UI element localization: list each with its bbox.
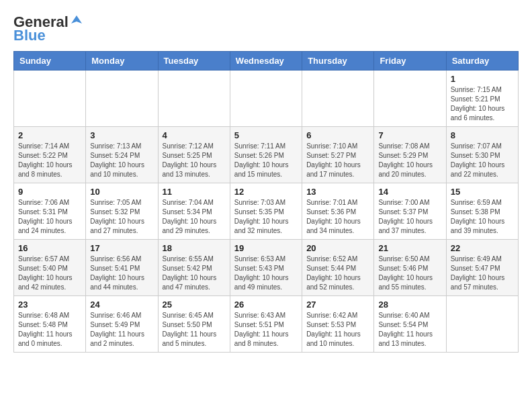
day-number: 14 [378, 187, 441, 197]
calendar-cell [158, 71, 230, 127]
calendar-header-row: SundayMondayTuesdayWednesdayThursdayFrid… [14, 52, 519, 71]
logo-blue-text: Blue [13, 27, 46, 44]
day-number: 22 [451, 243, 514, 253]
day-info: Sunrise: 7:01 AM Sunset: 5:36 PM Dayligh… [306, 198, 369, 236]
calendar-week-row: 1Sunrise: 7:15 AM Sunset: 5:21 PM Daylig… [14, 71, 519, 127]
day-of-week-header: Wednesday [230, 52, 302, 71]
day-info: Sunrise: 7:13 AM Sunset: 5:24 PM Dayligh… [90, 142, 153, 179]
calendar-cell: 26Sunrise: 6:43 AM Sunset: 5:51 PM Dayli… [230, 296, 302, 353]
day-number: 10 [90, 187, 153, 197]
day-info: Sunrise: 6:55 AM Sunset: 5:42 PM Dayligh… [163, 255, 226, 292]
day-info: Sunrise: 7:07 AM Sunset: 5:30 PM Dayligh… [451, 142, 514, 179]
day-info: Sunrise: 6:53 AM Sunset: 5:43 PM Dayligh… [234, 255, 298, 292]
day-of-week-header: Thursday [302, 52, 374, 71]
calendar-cell: 19Sunrise: 6:53 AM Sunset: 5:43 PM Dayli… [230, 240, 302, 296]
day-number: 11 [163, 187, 226, 197]
calendar-cell: 17Sunrise: 6:56 AM Sunset: 5:41 PM Dayli… [86, 240, 158, 296]
day-number: 27 [306, 300, 369, 310]
calendar-cell: 11Sunrise: 7:04 AM Sunset: 5:34 PM Dayli… [158, 183, 230, 240]
day-info: Sunrise: 6:59 AM Sunset: 5:38 PM Dayligh… [451, 198, 514, 236]
day-number: 18 [163, 243, 226, 253]
day-number: 23 [18, 300, 81, 310]
day-number: 16 [18, 243, 81, 253]
day-number: 12 [234, 187, 298, 197]
calendar-cell: 22Sunrise: 6:49 AM Sunset: 5:47 PM Dayli… [446, 240, 518, 296]
day-number: 20 [306, 243, 369, 253]
day-info: Sunrise: 6:56 AM Sunset: 5:41 PM Dayligh… [90, 255, 153, 292]
day-number: 13 [306, 187, 369, 197]
calendar-cell: 28Sunrise: 6:40 AM Sunset: 5:54 PM Dayli… [374, 296, 446, 353]
day-info: Sunrise: 7:12 AM Sunset: 5:25 PM Dayligh… [163, 142, 226, 179]
day-number: 26 [234, 300, 298, 310]
day-info: Sunrise: 6:49 AM Sunset: 5:47 PM Dayligh… [451, 255, 514, 292]
day-info: Sunrise: 7:10 AM Sunset: 5:27 PM Dayligh… [306, 142, 369, 179]
calendar-cell [230, 71, 302, 127]
calendar-cell: 27Sunrise: 6:42 AM Sunset: 5:53 PM Dayli… [302, 296, 374, 353]
calendar-cell: 14Sunrise: 7:00 AM Sunset: 5:37 PM Dayli… [374, 183, 446, 240]
calendar-cell: 18Sunrise: 6:55 AM Sunset: 5:42 PM Dayli… [158, 240, 230, 296]
calendar-cell: 21Sunrise: 6:50 AM Sunset: 5:46 PM Dayli… [374, 240, 446, 296]
day-info: Sunrise: 7:03 AM Sunset: 5:35 PM Dayligh… [234, 198, 298, 236]
day-number: 17 [90, 243, 153, 253]
day-number: 7 [378, 130, 441, 140]
calendar-cell: 10Sunrise: 7:05 AM Sunset: 5:32 PM Dayli… [86, 183, 158, 240]
calendar-cell [374, 71, 446, 127]
calendar-cell [446, 296, 518, 353]
day-info: Sunrise: 7:14 AM Sunset: 5:22 PM Dayligh… [18, 142, 81, 179]
day-info: Sunrise: 7:15 AM Sunset: 5:21 PM Dayligh… [451, 85, 514, 123]
day-of-week-header: Monday [86, 52, 158, 71]
calendar-cell [86, 71, 158, 127]
calendar-week-row: 23Sunrise: 6:48 AM Sunset: 5:48 PM Dayli… [14, 296, 519, 353]
calendar-week-row: 9Sunrise: 7:06 AM Sunset: 5:31 PM Daylig… [14, 183, 519, 240]
day-number: 2 [18, 130, 81, 140]
day-number: 8 [451, 130, 514, 140]
logo-bird-icon [70, 14, 83, 28]
calendar-cell: 16Sunrise: 6:57 AM Sunset: 5:40 PM Dayli… [14, 240, 86, 296]
logo: General Blue [13, 13, 83, 44]
day-info: Sunrise: 6:50 AM Sunset: 5:46 PM Dayligh… [378, 255, 441, 292]
calendar-week-row: 16Sunrise: 6:57 AM Sunset: 5:40 PM Dayli… [14, 240, 519, 296]
day-info: Sunrise: 7:04 AM Sunset: 5:34 PM Dayligh… [163, 198, 226, 236]
day-info: Sunrise: 7:11 AM Sunset: 5:26 PM Dayligh… [234, 142, 298, 179]
calendar-cell: 3Sunrise: 7:13 AM Sunset: 5:24 PM Daylig… [86, 127, 158, 183]
day-of-week-header: Sunday [14, 52, 86, 71]
calendar-cell: 13Sunrise: 7:01 AM Sunset: 5:36 PM Dayli… [302, 183, 374, 240]
calendar-cell: 12Sunrise: 7:03 AM Sunset: 5:35 PM Dayli… [230, 183, 302, 240]
calendar-week-row: 2Sunrise: 7:14 AM Sunset: 5:22 PM Daylig… [14, 127, 519, 183]
calendar-cell [302, 71, 374, 127]
day-info: Sunrise: 7:05 AM Sunset: 5:32 PM Dayligh… [90, 198, 153, 236]
calendar-cell: 15Sunrise: 6:59 AM Sunset: 5:38 PM Dayli… [446, 183, 518, 240]
day-of-week-header: Tuesday [158, 52, 230, 71]
day-number: 9 [18, 187, 81, 197]
calendar-cell: 23Sunrise: 6:48 AM Sunset: 5:48 PM Dayli… [14, 296, 86, 353]
calendar-cell: 5Sunrise: 7:11 AM Sunset: 5:26 PM Daylig… [230, 127, 302, 183]
day-of-week-header: Friday [374, 52, 446, 71]
day-info: Sunrise: 6:40 AM Sunset: 5:54 PM Dayligh… [378, 311, 441, 349]
calendar-cell: 24Sunrise: 6:46 AM Sunset: 5:49 PM Dayli… [86, 296, 158, 353]
calendar-cell: 9Sunrise: 7:06 AM Sunset: 5:31 PM Daylig… [14, 183, 86, 240]
day-info: Sunrise: 7:08 AM Sunset: 5:29 PM Dayligh… [378, 142, 441, 179]
day-info: Sunrise: 6:46 AM Sunset: 5:49 PM Dayligh… [90, 311, 153, 349]
calendar-cell: 7Sunrise: 7:08 AM Sunset: 5:29 PM Daylig… [374, 127, 446, 183]
day-number: 4 [163, 130, 226, 140]
calendar-cell [14, 71, 86, 127]
day-number: 5 [234, 130, 298, 140]
day-of-week-header: Saturday [446, 52, 518, 71]
calendar-cell: 2Sunrise: 7:14 AM Sunset: 5:22 PM Daylig… [14, 127, 86, 183]
day-number: 24 [90, 300, 153, 310]
day-info: Sunrise: 7:00 AM Sunset: 5:37 PM Dayligh… [378, 198, 441, 236]
day-info: Sunrise: 7:06 AM Sunset: 5:31 PM Dayligh… [18, 198, 81, 236]
calendar-cell: 4Sunrise: 7:12 AM Sunset: 5:25 PM Daylig… [158, 127, 230, 183]
day-info: Sunrise: 6:43 AM Sunset: 5:51 PM Dayligh… [234, 311, 298, 349]
day-number: 15 [451, 187, 514, 197]
calendar-cell: 8Sunrise: 7:07 AM Sunset: 5:30 PM Daylig… [446, 127, 518, 183]
calendar-cell: 6Sunrise: 7:10 AM Sunset: 5:27 PM Daylig… [302, 127, 374, 183]
calendar-cell: 25Sunrise: 6:45 AM Sunset: 5:50 PM Dayli… [158, 296, 230, 353]
calendar-table: SundayMondayTuesdayWednesdayThursdayFrid… [13, 51, 519, 353]
day-info: Sunrise: 6:52 AM Sunset: 5:44 PM Dayligh… [306, 255, 369, 292]
day-number: 6 [306, 130, 369, 140]
day-number: 28 [378, 300, 441, 310]
day-info: Sunrise: 6:48 AM Sunset: 5:48 PM Dayligh… [18, 311, 81, 349]
day-number: 25 [163, 300, 226, 310]
day-info: Sunrise: 6:42 AM Sunset: 5:53 PM Dayligh… [306, 311, 369, 349]
